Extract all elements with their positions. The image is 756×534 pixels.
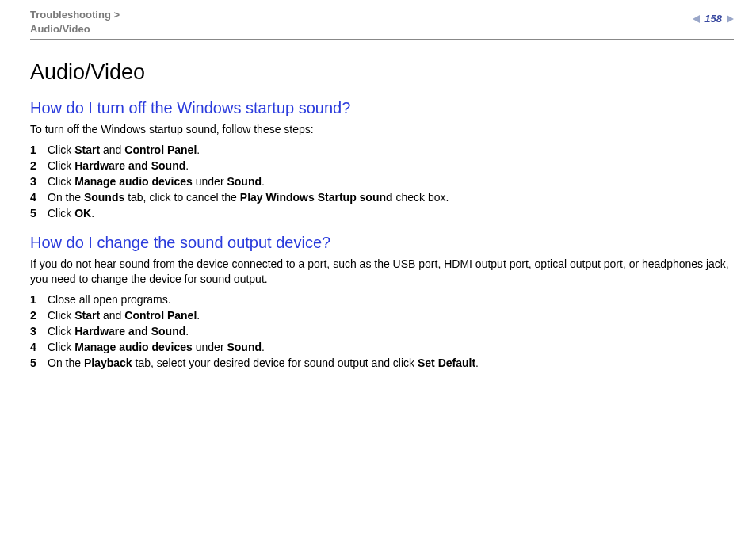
page-title: Audio/Video bbox=[30, 60, 734, 85]
step-row: 3Click Hardware and Sound. bbox=[30, 325, 734, 338]
step-number: 5 bbox=[30, 357, 48, 369]
step-row: 2Click Start and Control Panel. bbox=[30, 309, 734, 322]
breadcrumb: Troubleshooting > Audio/Video bbox=[30, 8, 120, 36]
step-row: 4On the Sounds tab, click to cancel the … bbox=[30, 191, 734, 204]
step-row: 1Close all open programs. bbox=[30, 293, 734, 306]
step-row: 1Click Start and Control Panel. bbox=[30, 143, 734, 156]
step-number: 3 bbox=[30, 325, 48, 338]
prev-page-icon[interactable] bbox=[693, 15, 700, 23]
step-text: On the Playback tab, select your desired… bbox=[48, 357, 479, 369]
section-heading: How do I turn off the Windows startup so… bbox=[30, 99, 734, 117]
step-row: 4Click Manage audio devices under Sound. bbox=[30, 341, 734, 353]
step-text: Click Manage audio devices under Sound. bbox=[48, 175, 265, 188]
step-text: Click Hardware and Sound. bbox=[48, 159, 189, 172]
step-text: Click OK. bbox=[48, 207, 94, 219]
next-page-icon[interactable] bbox=[727, 15, 734, 23]
step-row: 5On the Playback tab, select your desire… bbox=[30, 357, 734, 369]
step-number: 1 bbox=[30, 293, 48, 306]
page-header: Troubleshooting > Audio/Video 158 bbox=[30, 8, 734, 40]
step-row: 2Click Hardware and Sound. bbox=[30, 159, 734, 172]
page-number: 158 bbox=[704, 13, 722, 25]
section-intro: If you do not hear sound from the device… bbox=[30, 257, 734, 287]
step-number: 4 bbox=[30, 341, 48, 353]
step-text: On the Sounds tab, click to cancel the P… bbox=[48, 191, 449, 204]
step-row: 3Click Manage audio devices under Sound. bbox=[30, 175, 734, 188]
step-number: 5 bbox=[30, 207, 48, 219]
breadcrumb-line-2: Audio/Video bbox=[30, 22, 120, 36]
step-number: 2 bbox=[30, 309, 48, 322]
step-row: 5Click OK. bbox=[30, 207, 734, 219]
step-text: Click Manage audio devices under Sound. bbox=[48, 341, 265, 353]
step-text: Click Hardware and Sound. bbox=[48, 325, 189, 338]
page-nav: 158 bbox=[693, 13, 734, 25]
step-number: 1 bbox=[30, 143, 48, 156]
section-heading: How do I change the sound output device? bbox=[30, 234, 734, 252]
step-text: Click Start and Control Panel. bbox=[48, 309, 200, 322]
step-number: 2 bbox=[30, 159, 48, 172]
section-intro: To turn off the Windows startup sound, f… bbox=[30, 122, 734, 137]
step-text: Click Start and Control Panel. bbox=[48, 143, 200, 156]
breadcrumb-line-1: Troubleshooting > bbox=[30, 8, 120, 22]
step-number: 3 bbox=[30, 175, 48, 188]
step-text: Close all open programs. bbox=[48, 293, 171, 306]
step-number: 4 bbox=[30, 191, 48, 204]
